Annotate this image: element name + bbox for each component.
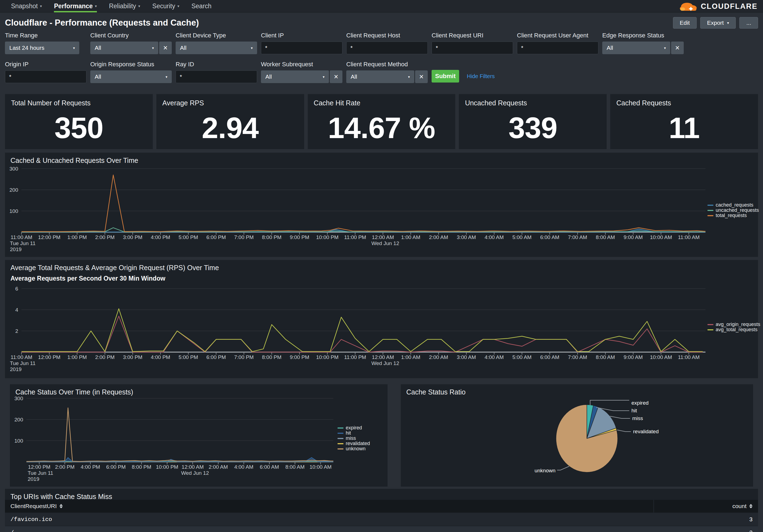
svg-text:1:00 AM: 1:00 AM: [401, 234, 420, 240]
filter-label: Edge Response Status: [602, 32, 684, 39]
filter-edge-response-status: Edge Response Status All▾ ×: [602, 32, 684, 54]
svg-text:Wed Jun 12: Wed Jun 12: [181, 470, 209, 476]
legend-item[interactable]: cached_requests: [708, 203, 759, 208]
column-header-count[interactable]: count: [653, 500, 758, 512]
count-cell: 2: [653, 529, 758, 532]
chart-legend: avg_origin_requestsavg_total_requests: [708, 322, 760, 332]
legend-label: revalidated: [346, 441, 370, 446]
legend-item[interactable]: revalidated: [337, 441, 370, 446]
svg-text:5:00 PM: 5:00 PM: [179, 354, 198, 360]
table-row[interactable]: / 2: [5, 526, 758, 532]
export-button[interactable]: Export▾: [700, 17, 736, 29]
legend-item[interactable]: uncached_requests: [708, 208, 759, 213]
client-request-method-clear-button[interactable]: ×: [415, 70, 428, 83]
stat-cached-requests: Cached Requests 11: [610, 94, 758, 149]
cache-status-pie-chart[interactable]: expiredhitmissrevalidatedunknown: [401, 384, 753, 487]
legend-item[interactable]: miss: [337, 436, 370, 441]
svg-text:6:00 PM: 6:00 PM: [206, 234, 226, 240]
legend-label: unknown: [346, 446, 366, 451]
client-request-uri-input[interactable]: [432, 42, 513, 54]
svg-text:8:00 PM: 8:00 PM: [262, 234, 281, 240]
ray-id-input[interactable]: [175, 70, 257, 83]
filter-client-request-uri: Client Request URI: [432, 32, 513, 54]
column-header-clientrequesturi[interactable]: ClientRequestURI: [5, 503, 653, 509]
edit-button[interactable]: Edit: [673, 17, 697, 29]
svg-text:Tue Jun 11: Tue Jun 11: [10, 360, 36, 366]
legend-swatch: [337, 438, 344, 439]
nav-item-performance[interactable]: Performance ▾: [54, 0, 97, 12]
svg-text:300: 300: [14, 396, 23, 401]
svg-text:11:00 AM: 11:00 AM: [11, 354, 33, 360]
chevron-down-icon: ▾: [40, 4, 42, 8]
legend-item[interactable]: hit: [337, 431, 370, 435]
chart-legend: expiredhitmissrevalidatedunknown: [337, 425, 370, 451]
svg-text:hit: hit: [631, 408, 637, 413]
legend-swatch: [337, 427, 344, 429]
legend-label: expired: [346, 425, 362, 430]
legend-swatch: [337, 443, 344, 444]
cached-uncached-line-chart[interactable]: 10020030011:00 AMTue Jun 11201912:00 PM1…: [5, 153, 758, 257]
svg-text:3:00 AM: 3:00 AM: [457, 354, 476, 360]
legend-label: total_requests: [716, 213, 747, 218]
filter-origin-ip: Origin IP: [5, 61, 86, 83]
worker-subrequest-select[interactable]: All▾: [261, 70, 329, 83]
stat-title: Cache Hit Rate: [308, 94, 456, 107]
nav-item-reliability[interactable]: Reliability ▾: [109, 0, 140, 12]
chart-subtitle: Average Requests per Second Over 30 Min …: [10, 275, 165, 282]
edge-response-status-clear-button[interactable]: ×: [671, 42, 684, 54]
svg-text:5:00 AM: 5:00 AM: [512, 354, 531, 360]
client-request-user-agent-input[interactable]: [517, 42, 599, 54]
filter-label: Origin Response Status: [90, 61, 172, 68]
panel-top-uris: Top URIs with Cache Status Miss ClientRe…: [5, 489, 758, 532]
hide-filters-link[interactable]: Hide Filters: [467, 73, 494, 79]
origin-response-status-select[interactable]: All▾: [90, 70, 172, 83]
origin-ip-input[interactable]: [5, 70, 86, 83]
client-device-type-select[interactable]: All▾: [175, 42, 257, 54]
panel-cache-status-over-time: Cache Status Over Time (in Requests) 100…: [10, 384, 387, 487]
filter-ray-id: Ray ID: [175, 61, 257, 83]
cache-status-line-chart[interactable]: 10020030012:00 PMTue Jun 1120192:00 PM4:…: [10, 384, 387, 487]
more-button[interactable]: ...: [739, 17, 758, 29]
svg-text:1:00 PM: 1:00 PM: [67, 234, 87, 240]
uri-cell: /: [5, 530, 653, 532]
svg-text:2:00 PM: 2:00 PM: [95, 354, 115, 360]
svg-text:200: 200: [14, 417, 23, 422]
nav-item-search[interactable]: Search: [191, 0, 211, 12]
filter-client-ip: Client IP: [261, 32, 342, 54]
table-row[interactable]: /favicon.ico 3: [5, 513, 758, 526]
edge-response-status-select[interactable]: All▾: [602, 42, 670, 54]
svg-text:2:00 AM: 2:00 AM: [209, 464, 228, 470]
client-country-clear-button[interactable]: ×: [159, 42, 172, 54]
client-request-host-input[interactable]: [346, 42, 428, 54]
client-request-method-select[interactable]: All▾: [346, 70, 414, 83]
client-ip-input[interactable]: [261, 42, 342, 54]
nav-item-snapshot[interactable]: Snapshot ▾: [11, 0, 42, 12]
client-country-select[interactable]: All▾: [90, 42, 158, 54]
svg-text:7:00 AM: 7:00 AM: [568, 234, 587, 240]
legend-item[interactable]: unknown: [337, 446, 370, 451]
chevron-down-icon: ▾: [138, 4, 140, 8]
legend-swatch: [337, 448, 344, 449]
nav-item-security[interactable]: Security ▾: [152, 0, 179, 12]
legend-item[interactable]: avg_origin_requests: [708, 322, 760, 327]
svg-text:7:00 PM: 7:00 PM: [234, 354, 254, 360]
svg-text:2:00 PM: 2:00 PM: [55, 464, 74, 470]
svg-text:2019: 2019: [28, 476, 39, 482]
nav-item-label: Search: [191, 2, 211, 10]
svg-text:4: 4: [15, 307, 18, 313]
svg-text:Tue Jun 11: Tue Jun 11: [10, 240, 36, 246]
svg-text:5:00 PM: 5:00 PM: [179, 234, 198, 240]
legend-item[interactable]: avg_total_requests: [708, 327, 760, 332]
legend-item[interactable]: expired: [337, 425, 370, 430]
worker-subrequest-clear-button[interactable]: ×: [330, 70, 342, 83]
brand-wordmark: CLOUDFLARE: [701, 2, 757, 11]
time-range-select[interactable]: Last 24 hours▾: [5, 42, 79, 54]
svg-text:7:00 PM: 7:00 PM: [234, 234, 254, 240]
sort-icon: [59, 504, 63, 508]
svg-text:1:00 AM: 1:00 AM: [401, 354, 420, 360]
svg-text:1:00 PM: 1:00 PM: [67, 354, 87, 360]
filter-client-request-user-agent: Client Request User Agent: [517, 32, 599, 54]
submit-button[interactable]: Submit: [432, 70, 459, 83]
filter-time-range: Time Range Last 24 hours▾: [5, 32, 86, 54]
legend-item[interactable]: total_requests: [708, 213, 759, 218]
